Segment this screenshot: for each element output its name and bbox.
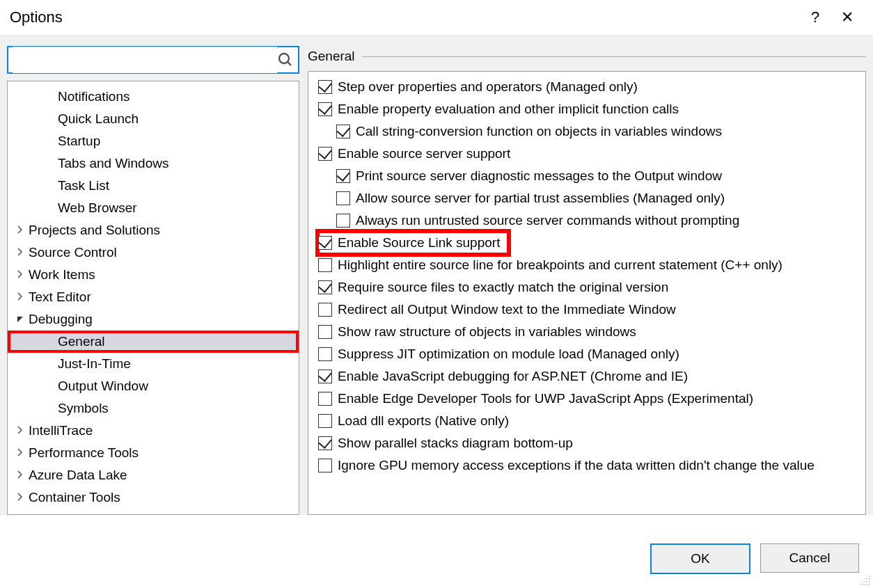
checkbox[interactable] [336,191,350,205]
category-tree[interactable]: NotificationsQuick LaunchStartupTabs and… [8,81,299,514]
tree-item[interactable]: Task List [8,175,299,197]
tree-item[interactable]: Source Control [8,241,299,264]
checkbox[interactable] [318,459,332,472]
tree-item[interactable]: Performance Tools [8,442,299,464]
option-row[interactable]: Load dll exports (Native only) [318,410,861,432]
right-pane: General Step over properties and operato… [308,35,866,515]
tree-item[interactable]: Symbols [8,397,299,420]
chevron-right-icon[interactable] [16,470,26,480]
tree-item[interactable]: Tabs and Windows [8,152,299,175]
option-label: Highlight entire source line for breakpo… [338,257,782,273]
chevron-right-icon[interactable] [16,493,26,502]
tree-item[interactable]: Azure Data Lake [8,464,299,486]
chevron-down-icon[interactable] [16,315,26,324]
svg-rect-2 [869,575,870,577]
checkbox[interactable] [318,102,332,116]
cancel-button[interactable]: Cancel [760,543,859,573]
tree-item[interactable]: Text Editor [8,286,299,308]
option-row[interactable]: Call string-conversion function on objec… [318,120,861,143]
tree-spacer [45,92,55,102]
tree-item-label: General [58,334,105,349]
category-tree-container: NotificationsQuick LaunchStartupTabs and… [7,81,299,515]
tree-item[interactable]: Work Items [8,264,299,286]
tree-spacer [45,381,55,391]
chevron-right-icon[interactable] [16,270,26,280]
tree-item[interactable]: Just-In-Time [8,353,299,375]
tree-item-label: Startup [58,134,100,149]
chevron-right-icon[interactable] [16,292,26,302]
tree-item[interactable]: Notifications [8,86,299,108]
help-button[interactable]: ? [799,1,831,33]
option-row[interactable]: Highlight entire source line for breakpo… [318,254,861,276]
checkbox[interactable] [318,370,332,383]
tree-item-label: Source Control [29,245,117,260]
checkbox[interactable] [318,80,332,94]
option-label: Print source server diagnostic messages … [356,168,722,184]
options-dialog: Options ? ✕ NotificationsQuick LaunchSta… [0,0,873,588]
option-label: Enable property evaluation and other imp… [338,102,679,117]
checkbox[interactable] [318,392,332,406]
tree-item[interactable]: Projects and Solutions [8,219,299,241]
checkbox[interactable] [318,347,332,361]
checkbox[interactable] [336,214,350,228]
resize-grip-icon[interactable] [860,575,872,587]
option-row[interactable]: Enable JavaScript debugging for ASP.NET … [318,365,861,388]
checkbox[interactable] [318,325,332,339]
option-row[interactable]: Show parallel stacks diagram bottom-up [318,432,861,454]
tree-item[interactable]: Container Tools [8,486,299,509]
tree-spacer [45,203,55,213]
option-row[interactable]: Always run untrusted source server comma… [318,209,861,232]
checkbox[interactable] [318,436,332,450]
close-button[interactable]: ✕ [831,1,863,33]
checkbox[interactable] [318,147,332,161]
chevron-right-icon[interactable] [16,248,26,257]
tree-item[interactable]: Startup [8,130,299,152]
option-row[interactable]: Print source server diagnostic messages … [318,165,861,187]
option-row[interactable]: Show raw structure of objects in variabl… [318,321,861,343]
tree-spacer [45,181,55,191]
svg-rect-8 [860,584,862,585]
tree-item[interactable]: Debugging [8,308,299,331]
option-label: Redirect all Output Window text to the I… [338,302,676,317]
help-icon: ? [811,8,819,26]
tree-item-label: Text Editor [29,289,91,305]
checkbox[interactable] [318,414,332,428]
checkbox[interactable] [336,125,350,138]
ok-button[interactable]: OK [650,543,750,574]
option-row[interactable]: Require source files to exactly match th… [318,276,861,299]
option-row[interactable]: Suppress JIT optimization on module load… [318,343,861,365]
svg-rect-11 [869,584,870,585]
tree-item[interactable]: Web Browser [8,197,299,219]
option-row[interactable]: Ignore GPU memory access exceptions if t… [318,454,861,477]
option-row[interactable]: Enable property evaluation and other imp… [318,98,861,120]
option-row[interactable]: Step over properties and operators (Mana… [318,76,861,98]
search-icon [277,51,294,68]
tree-item-label: Azure Data Lake [29,468,127,483]
tree-item-label: Web Browser [58,200,137,216]
checkbox[interactable] [318,258,332,272]
chevron-right-icon[interactable] [16,426,26,436]
group-header: General [308,46,866,67]
option-row[interactable]: Allow source server for partial trust as… [318,187,861,209]
chevron-right-icon[interactable] [16,448,26,458]
checkbox[interactable] [318,280,332,294]
search-box[interactable] [7,46,299,74]
checkbox[interactable] [318,303,332,317]
option-row[interactable]: Enable source server support [318,143,861,165]
option-row[interactable]: Enable Edge Developer Tools for UWP Java… [318,388,861,410]
option-label: Step over properties and operators (Mana… [338,79,638,95]
tree-item-label: Performance Tools [29,445,139,461]
option-row[interactable]: Enable Source Link support [318,232,508,254]
tree-item[interactable]: General [8,331,299,353]
chevron-right-icon[interactable] [16,225,26,235]
tree-item[interactable]: Output Window [8,375,299,397]
tree-item[interactable]: IntelliTrace [8,420,299,442]
options-list[interactable]: Step over properties and operators (Mana… [308,72,865,514]
checkbox[interactable] [318,236,332,250]
search-input[interactable] [13,47,277,73]
tree-spacer [45,159,55,168]
option-row[interactable]: Redirect all Output Window text to the I… [318,299,861,321]
checkbox[interactable] [336,169,350,183]
tree-item-label: IntelliTrace [29,423,93,438]
tree-item[interactable]: Quick Launch [8,108,299,130]
